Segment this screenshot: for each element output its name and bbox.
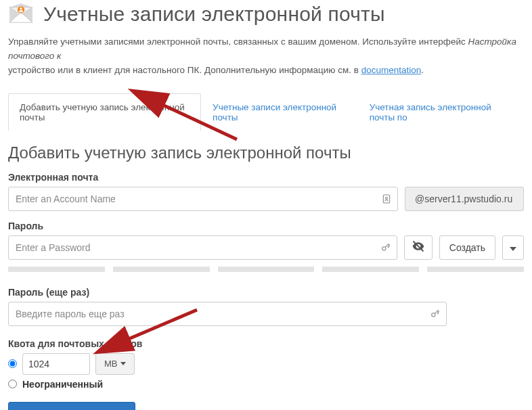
documentation-link[interactable]: documentation — [361, 65, 422, 75]
svg-point-4 — [20, 7, 22, 9]
create-account-button[interactable]: Создать учетную запись — [8, 402, 135, 410]
section-title: Добавить учетную запись электронной почт… — [8, 143, 524, 162]
password-confirm-label: Пароль (еще раз) — [8, 287, 524, 298]
intro-prefix: Управляйте учетными записями электронной… — [8, 37, 468, 47]
generate-password-button[interactable]: Создать — [439, 235, 495, 260]
intro-line2: устройство или в клиент для настольного … — [8, 65, 361, 75]
page-title: Учетные записи электронной почты — [43, 3, 385, 26]
tab-list-accounts[interactable]: Учетные записи электронной почты — [201, 93, 358, 131]
tab-default-account[interactable]: Учетная запись электронной почты по — [358, 93, 524, 131]
tab-add-account[interactable]: Добавить учетную запись электронной почт… — [8, 93, 201, 131]
quota-label: Квота для почтовых ящиков — [8, 338, 524, 349]
email-label: Электронная почта — [8, 172, 524, 183]
password-strength-meter — [8, 267, 524, 272]
intro-period: . — [421, 65, 424, 75]
tabs: Добавить учетную запись электронной почт… — [8, 93, 524, 131]
mail-icon — [8, 3, 34, 25]
email-domain: @server11.pwstudio.ru — [405, 187, 524, 211]
generate-password-dropdown[interactable] — [502, 235, 524, 260]
password-label: Пароль — [8, 221, 524, 231]
quota-unlimited-label: Неограниченный — [22, 379, 103, 390]
quota-unit-dropdown[interactable]: MB — [95, 353, 135, 375]
email-account-input[interactable] — [8, 187, 398, 211]
caret-down-icon — [510, 242, 516, 253]
quota-unit-label: MB — [104, 359, 118, 369]
intro-text: Управляйте учетными записями электронной… — [8, 35, 524, 78]
quota-limited-radio[interactable] — [8, 359, 17, 368]
toggle-password-visibility[interactable] — [404, 235, 433, 260]
password-confirm-input[interactable] — [8, 302, 447, 326]
eye-off-icon — [412, 240, 425, 255]
quota-unlimited-radio[interactable] — [8, 380, 17, 388]
password-input[interactable] — [8, 235, 397, 260]
quota-value-input[interactable] — [22, 353, 90, 375]
caret-down-icon — [120, 362, 126, 365]
